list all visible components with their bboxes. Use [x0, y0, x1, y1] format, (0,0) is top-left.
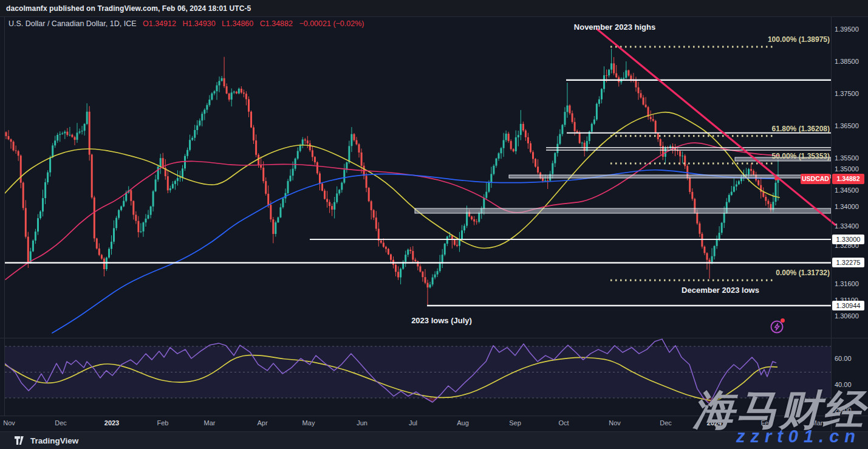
notification-dot	[781, 318, 785, 323]
tradingview-logo[interactable]: TradingView	[15, 436, 78, 445]
price-zone	[415, 208, 831, 213]
symbol-title: U.S. Dollar / Canadian Dollar, 1D, ICE	[9, 19, 137, 28]
watermark-domain: zzrt01.cn	[736, 427, 861, 447]
chart-canvas[interactable]	[0, 0, 868, 449]
trendline	[597, 29, 835, 225]
symbol-header[interactable]: U.S. Dollar / Canadian Dollar, 1D, ICE O…	[9, 19, 364, 28]
last-price-dot	[774, 177, 778, 180]
tradingview-logo-icon	[15, 436, 26, 445]
ohlc-change: −0.00021 (−0.02%)	[299, 19, 364, 28]
tradingview-snapshot: dacolmanfx published on TradingView.com,…	[0, 0, 868, 449]
ohlc-low: L1.34860	[222, 19, 253, 28]
ohlc-open: O1.34912	[143, 19, 176, 28]
price-zone	[735, 157, 831, 161]
flash-icon[interactable]	[770, 318, 785, 334]
tradingview-logo-text: TradingView	[30, 436, 78, 445]
ohlc-close: C1.34882	[260, 19, 293, 28]
ohlc-high: H1.34930	[182, 19, 215, 28]
price-zone	[509, 175, 831, 178]
ma-blue	[52, 170, 779, 333]
